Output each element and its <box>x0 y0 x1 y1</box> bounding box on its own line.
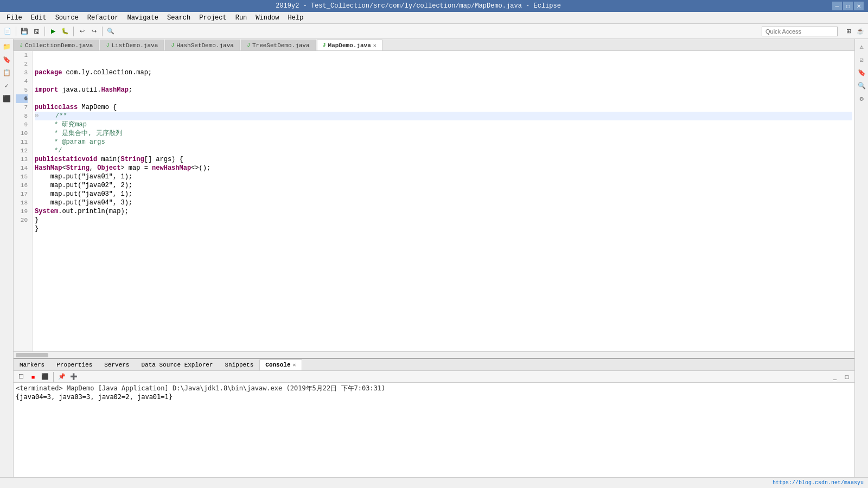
package-explorer-icon[interactable]: 📁 <box>1 41 12 52</box>
code-content[interactable]: package com.ly.collection.map; import ja… <box>33 51 854 351</box>
tab-label-3: TreeSetDemo.java <box>252 42 310 49</box>
tab-close-4[interactable]: ✕ <box>373 42 376 49</box>
bottom-tab-data-source-explorer[interactable]: Data Source Explorer <box>135 359 219 370</box>
code-line-13: map.put("java01", 1); <box>35 172 852 181</box>
menu-item-search[interactable]: Search <box>163 13 195 23</box>
menu-item-run[interactable]: Run <box>231 13 252 23</box>
bookmark-icon[interactable]: 🔖 <box>856 67 867 78</box>
toolbar-separator <box>44 27 45 36</box>
save-all-button[interactable]: 🖫 <box>31 26 42 37</box>
undo-button[interactable]: ↩ <box>76 26 87 37</box>
console-new-button[interactable]: ➕ <box>68 371 79 382</box>
tab-icon-4: J <box>323 42 326 48</box>
menu-item-edit[interactable]: Edit <box>27 13 51 23</box>
window-controls: ─ □ ✕ <box>832 2 864 10</box>
sidebar-right: ⚠ ☑ 🔖 🔍 ⚙ <box>854 39 868 477</box>
bottom-tab-close[interactable]: ✕ <box>293 362 296 368</box>
settings-icon[interactable]: ⚙ <box>856 93 867 104</box>
minimize-button[interactable]: ─ <box>832 2 842 10</box>
line-num-20: 20 <box>16 216 28 224</box>
code-line-18: } <box>35 216 852 224</box>
bottom-tab-console[interactable]: Console✕ <box>259 359 302 370</box>
line-num-13: 13 <box>16 155 28 164</box>
tab-label-2: HashSetDemo.java <box>176 42 234 49</box>
console-terminated-line: <terminated> MapDemo [Java Application] … <box>16 384 852 393</box>
collapse-icon-6[interactable]: ⊖ <box>35 112 39 120</box>
editor-tab-2[interactable]: JHashSetDemo.java <box>165 40 240 50</box>
java-perspective-button[interactable]: ☕ <box>855 26 866 37</box>
console-content: <terminated> MapDemo [Java Application] … <box>14 383 854 477</box>
bottom-panel: MarkersPropertiesServersData Source Expl… <box>14 358 854 477</box>
menu-item-source[interactable]: Source <box>51 13 83 23</box>
line-num-14: 14 <box>16 164 28 172</box>
content-area: JCollectionDemo.javaJListDemo.javaJHashS… <box>14 39 854 477</box>
line-num-8: 8 <box>16 112 28 120</box>
tab-icon-3: J <box>247 42 250 48</box>
code-line-7: * 研究map <box>35 120 852 129</box>
menu-item-project[interactable]: Project <box>195 13 231 23</box>
maximize-button[interactable]: □ <box>843 2 853 10</box>
code-line-4 <box>35 94 852 103</box>
bottom-tab-properties[interactable]: Properties <box>50 359 98 370</box>
quick-access-area <box>762 27 838 36</box>
outline-icon[interactable]: 📋 <box>1 67 12 78</box>
editor-area[interactable]: 1234567891011121314151617181920 package … <box>14 51 854 351</box>
line-num-5: 5 <box>16 86 28 94</box>
console-stop-button[interactable]: ■ <box>28 371 39 382</box>
tasks-icon[interactable]: ☑ <box>856 54 867 65</box>
bottom-tabs: MarkersPropertiesServersData Source Expl… <box>14 359 854 371</box>
quick-access-input[interactable] <box>762 27 838 36</box>
menu-item-refactor[interactable]: Refactor <box>83 13 123 23</box>
editor-horizontal-scrollbar[interactable] <box>14 351 854 358</box>
menu-bar: FileEditSourceRefactorNavigateSearchProj… <box>0 12 868 24</box>
console-terminate-button[interactable]: ⬛ <box>40 371 50 382</box>
status-right: https://blog.csdn.net/maasyu <box>773 480 864 486</box>
perspectives-button[interactable]: ⊞ <box>843 26 854 37</box>
bottom-minimize-button[interactable]: _ <box>829 371 840 382</box>
editor-tabs: JCollectionDemo.javaJListDemo.javaJHashS… <box>14 39 854 51</box>
save-button[interactable]: 💾 <box>19 26 30 37</box>
console-clear-button[interactable]: ☐ <box>16 371 27 382</box>
search-results-icon[interactable]: 🔍 <box>856 80 867 91</box>
sidebar-left: 📁 🔖 📋 ✓ ⬛ <box>0 39 14 477</box>
menu-item-navigate[interactable]: Navigate <box>123 13 163 23</box>
new-button[interactable]: 📄 <box>2 26 13 37</box>
line-num-12: 12 <box>16 146 28 155</box>
code-line-6: ⊖ /** <box>35 112 852 120</box>
menu-item-window[interactable]: Window <box>251 13 283 23</box>
console-pin-button[interactable]: 📌 <box>56 371 67 382</box>
toolbar: 📄 💾 🖫 ▶ 🐛 ↩ ↪ 🔍 ⊞ ☕ <box>0 24 868 39</box>
tab-icon-2: J <box>171 42 174 48</box>
title-bar: 2019y2 - Test_Collection/src/com/ly/coll… <box>0 0 868 12</box>
tab-label-0: CollectionDemo.java <box>25 42 93 49</box>
editor-tab-1[interactable]: JListDemo.java <box>100 40 164 50</box>
console-icon[interactable]: ⬛ <box>1 93 12 104</box>
line-num-10: 10 <box>16 129 28 138</box>
debug-button[interactable]: 🐛 <box>60 26 71 37</box>
code-line-3: import java.util.HashMap; <box>35 86 852 94</box>
search-button[interactable]: 🔍 <box>105 26 116 37</box>
bottom-tab-snippets[interactable]: Snippets <box>219 359 259 370</box>
task-icon[interactable]: ✓ <box>1 80 12 91</box>
hierarchy-icon[interactable]: 🔖 <box>1 54 12 65</box>
status-bar: https://blog.csdn.net/maasyu <box>0 477 868 488</box>
menu-item-help[interactable]: Help <box>284 13 308 23</box>
code-line-2 <box>35 77 852 86</box>
code-line-20 <box>35 233 852 242</box>
bottom-tab-servers[interactable]: Servers <box>98 359 135 370</box>
bottom-maximize-button[interactable]: □ <box>841 371 852 382</box>
redo-button[interactable]: ↪ <box>88 26 99 37</box>
code-line-15: map.put("java03", 1); <box>35 190 852 198</box>
line-num-16: 16 <box>16 181 28 190</box>
problems-icon[interactable]: ⚠ <box>856 41 867 52</box>
editor-tab-4[interactable]: JMapDemo.java✕ <box>317 40 382 50</box>
code-line-8: * 是集合中, 无序散列 <box>35 129 852 138</box>
line-num-1: 1 <box>16 51 28 60</box>
close-button[interactable]: ✕ <box>854 2 864 10</box>
run-button[interactable]: ▶ <box>48 26 59 37</box>
console-output-line: {java04=3, java03=3, java02=2, java01=1} <box>16 393 852 401</box>
editor-tab-3[interactable]: JTreeSetDemo.java <box>241 40 316 50</box>
menu-item-file[interactable]: File <box>2 13 27 23</box>
bottom-tab-markers[interactable]: Markers <box>14 359 50 370</box>
editor-tab-0[interactable]: JCollectionDemo.java <box>14 40 99 50</box>
